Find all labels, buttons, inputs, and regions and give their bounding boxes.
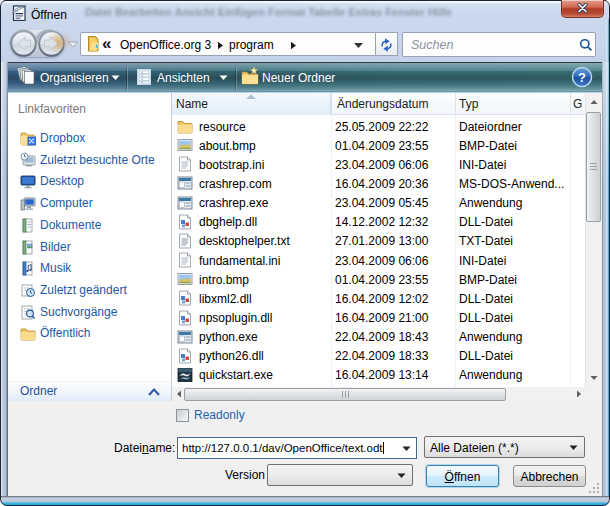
svg-text:?: ? — [578, 70, 586, 85]
